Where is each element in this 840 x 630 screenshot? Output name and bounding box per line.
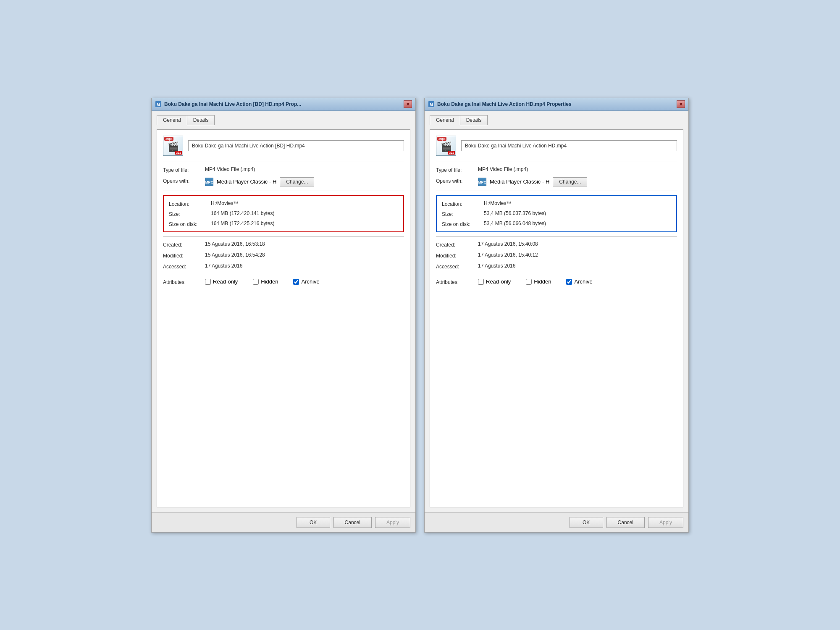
dialog1: M Boku Dake ga Inai Machi Live Action [B… [151, 98, 416, 533]
dialog1-openswith-label: Opens with: [163, 177, 205, 184]
dialog1-321-badge: 321 [175, 151, 182, 155]
dialog1-tab-general[interactable]: General [157, 115, 187, 125]
dialog2-modified-value: 17 Agustus 2016, 15:40:12 [478, 252, 677, 258]
dialog2-readonly-row[interactable]: Read-only [478, 278, 511, 285]
dialog1-openswith-value: MPC Media Player Classic - H Change... [205, 177, 404, 186]
dialog2-apply-button[interactable]: Apply [648, 517, 683, 528]
dialog2-size-label: Size: [442, 210, 484, 217]
dialog2-filetype-label: Type of file: [436, 166, 478, 173]
dialog1-location-label: Location: [169, 200, 211, 207]
dialog2-created-label: Created: [436, 241, 478, 248]
dialog1-ok-button[interactable]: OK [297, 517, 330, 528]
dialog2-openswith-row: Opens with: MPC Media Player Classic - H… [436, 177, 677, 186]
dialog1-attr-checkboxes: Read-only Hidden Archive [205, 278, 328, 285]
dialog1-readonly-row[interactable]: Read-only [205, 278, 238, 285]
dialog2-title-icon: M [428, 101, 435, 108]
dialog1-modified-row: Modified: 15 Agustus 2016, 16:54:28 [163, 252, 404, 259]
dialog1-tab-details[interactable]: Details [187, 115, 215, 125]
dialog1-change-button[interactable]: Change... [280, 177, 314, 186]
dialog2-tab-general[interactable]: General [430, 115, 460, 125]
dialog1-title-icon: M [155, 101, 162, 108]
dialog2-location-value: H:\Movies™ [484, 200, 671, 206]
dialog1-mp4-badge: .mp4 [164, 137, 173, 141]
dialog1-highlight-box: Location: H:\Movies™ Size: 164 MB (172.4… [163, 195, 404, 232]
dialog2-hidden-checkbox[interactable] [526, 279, 532, 285]
dialog1-hidden-checkbox[interactable] [253, 279, 259, 285]
dialog1-accessed-value: 17 Agustus 2016 [205, 263, 404, 269]
dialog1-sep1 [163, 162, 404, 162]
dialog2-sizeondisk-row: Size on disk: 53,4 MB (56.066.048 bytes) [442, 220, 671, 227]
dialog2-app-name: Media Player Classic - H [490, 178, 549, 185]
dialog1-readonly-label: Read-only [213, 278, 238, 285]
dialog2-attr-checkboxes: Read-only Hidden Archive [478, 278, 601, 285]
dialog2-app-icon: MPC [478, 178, 486, 186]
dialog2-cancel-button[interactable]: Cancel [606, 517, 645, 528]
svg-text:MPC: MPC [205, 180, 213, 184]
dialog1-close-button[interactable]: ✕ [404, 100, 412, 108]
dialog1-apply-button[interactable]: Apply [375, 517, 410, 528]
title-bar-2: M Boku Dake ga Inai Machi Live Action HD… [425, 98, 688, 111]
dialog2-file-icon: .mp4 🎬 321 [436, 136, 456, 156]
dialog2-sizeondisk-label: Size on disk: [442, 220, 484, 227]
svg-text:M: M [157, 102, 160, 107]
dialog1-location-row: Location: H:\Movies™ [169, 200, 398, 207]
dialog2-archive-checkbox[interactable] [566, 279, 572, 285]
dialog1-archive-row[interactable]: Archive [293, 278, 319, 285]
dialog1-modified-value: 15 Agustus 2016, 16:54:28 [205, 252, 404, 258]
dialog1-archive-checkbox[interactable] [293, 279, 299, 285]
dialog2-ok-button[interactable]: OK [570, 517, 603, 528]
dialog1-readonly-checkbox[interactable] [205, 279, 211, 285]
dialog1-created-label: Created: [163, 241, 205, 248]
dialog2-modified-row: Modified: 17 Agustus 2016, 15:40:12 [436, 252, 677, 259]
dialog1-app-name: Media Player Classic - H [217, 178, 276, 185]
dialog1-footer: OK Cancel Apply [152, 512, 415, 532]
dialog2-accessed-row: Accessed: 17 Agustus 2016 [436, 263, 677, 270]
dialog1-hidden-row[interactable]: Hidden [253, 278, 278, 285]
dialog1-attributes-row: Attributes: Read-only Hidden Archive [163, 278, 404, 285]
dialog2-location-row: Location: H:\Movies™ [442, 200, 671, 207]
dialog2-tabs: General Details [430, 115, 683, 125]
dialog1-hidden-label: Hidden [261, 278, 278, 285]
dialog2-sizeondisk-value: 53,4 MB (56.066.048 bytes) [484, 220, 671, 226]
dialog1-attributes-label: Attributes: [163, 278, 205, 285]
dialog2-archive-label: Archive [574, 278, 592, 285]
dialog2-size-row: Size: 53,4 MB (56.037.376 bytes) [442, 210, 671, 217]
dialog2-sep1 [436, 162, 677, 162]
dialog2: M Boku Dake ga Inai Machi Live Action HD… [424, 98, 689, 533]
dialog1-openswith-row: Opens with: MPC Media Player Classic - H… [163, 177, 404, 186]
dialog1-body: General Details .mp4 🎬 321 Type of file: [152, 111, 415, 512]
dialog2-filename-input[interactable] [461, 140, 677, 151]
dialog2-321-badge: 321 [448, 151, 455, 155]
dialog1-modified-label: Modified: [163, 252, 205, 259]
dialog2-filetype-row: Type of file: MP4 Video File (.mp4) [436, 166, 677, 173]
dialog1-location-value: H:\Movies™ [211, 200, 398, 206]
dialog1-sizeondisk-value: 164 MB (172.425.216 bytes) [211, 220, 398, 226]
dialog2-content: .mp4 🎬 321 Type of file: MP4 Video File … [430, 129, 683, 507]
dialog1-filetype-row: Type of file: MP4 Video File (.mp4) [163, 166, 404, 173]
dialog2-hidden-label: Hidden [534, 278, 551, 285]
dialog2-created-value: 17 Agustus 2016, 15:40:08 [478, 241, 677, 247]
dialog2-hidden-row[interactable]: Hidden [526, 278, 551, 285]
dialog1-app-icon: MPC [205, 178, 213, 186]
dialog2-tab-details[interactable]: Details [460, 115, 488, 125]
dialog2-sep4 [436, 274, 677, 274]
dialog2-archive-row[interactable]: Archive [566, 278, 592, 285]
dialog1-file-icon: .mp4 🎬 321 [163, 136, 183, 156]
dialog2-accessed-value: 17 Agustus 2016 [478, 263, 677, 269]
dialog2-close-button[interactable]: ✕ [677, 100, 685, 108]
dialog1-size-row: Size: 164 MB (172.420.141 bytes) [169, 210, 398, 217]
dialog2-sep2 [436, 191, 677, 191]
dialog2-openswith-value: MPC Media Player Classic - H Change... [478, 177, 677, 186]
main-container: M Boku Dake ga Inai Machi Live Action [B… [143, 89, 697, 541]
dialog2-mp4-badge: .mp4 [437, 137, 446, 141]
dialog1-cancel-button[interactable]: Cancel [333, 517, 372, 528]
dialog2-body: General Details .mp4 🎬 321 Type of file: [425, 111, 688, 512]
dialog2-change-button[interactable]: Change... [553, 177, 587, 186]
dialog2-attributes-label: Attributes: [436, 278, 478, 285]
dialog1-sep4 [163, 274, 404, 274]
dialog1-filename-input[interactable] [188, 140, 404, 151]
dialog1-sizeondisk-label: Size on disk: [169, 220, 211, 227]
svg-text:MPC: MPC [478, 180, 486, 184]
dialog2-size-value: 53,4 MB (56.037.376 bytes) [484, 210, 671, 216]
dialog2-readonly-checkbox[interactable] [478, 279, 484, 285]
